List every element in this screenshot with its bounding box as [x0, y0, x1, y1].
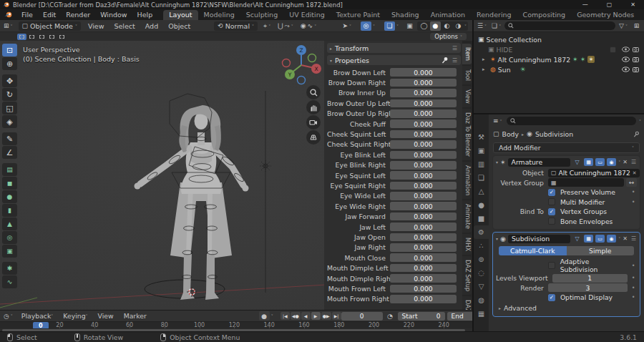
shape-key-slider[interactable]: 0.000: [390, 202, 457, 210]
properties-tab-tool[interactable]: ⚒: [474, 130, 489, 144]
render-toggle[interactable]: ◉: [607, 235, 616, 243]
timeline-menu-item[interactable]: View: [93, 312, 119, 320]
armature-object-field[interactable]: ▢ Alt Cunninghum 1872 ✕: [548, 169, 640, 177]
orientation-dropdown[interactable]: ⟲ Normal˅: [214, 21, 258, 31]
viewport-menu-item[interactable]: Add: [140, 22, 163, 30]
auto-key-button[interactable]: ●: [259, 311, 270, 321]
shading-rendered-button[interactable]: ◑: [453, 21, 464, 31]
adaptive-subdivision-checkbox[interactable]: [548, 262, 555, 269]
shape-key-slider[interactable]: 0.000: [390, 109, 457, 118]
editor-type-button[interactable]: ⊞˅: [0, 20, 16, 31]
panel-grip-icon[interactable]: ☰: [452, 57, 458, 64]
3d-viewport[interactable]: User Perspective (0) Scene Collection | …: [0, 41, 472, 310]
tool-add-rounded-cube[interactable]: ▣: [2, 245, 17, 258]
next-keyframe-button[interactable]: ●▶: [321, 312, 331, 320]
playhead-badge[interactable]: 0: [33, 322, 49, 328]
tool-add-sphere[interactable]: ●: [2, 190, 17, 203]
shape-key-slider[interactable]: 0.000: [390, 119, 457, 128]
tool-select-box[interactable]: ⊡: [2, 44, 17, 57]
workspace-tab[interactable]: Scripting: [640, 10, 644, 20]
outliner-display-mode-button[interactable]: ❏˅: [490, 20, 502, 31]
bone-envelopes-checkbox[interactable]: [548, 218, 555, 225]
select-mode-subtract[interactable]: [37, 34, 47, 40]
pin-id-icon[interactable]: [633, 131, 640, 137]
use-preview-range-icon[interactable]: ◔: [385, 311, 396, 321]
auto-key-dropdown[interactable]: ˅: [271, 313, 273, 318]
outliner-row-hide[interactable]: ▣ HIDE: [475, 44, 643, 54]
properties-tab-constraints[interactable]: ◌: [474, 266, 489, 280]
select-mode-extend[interactable]: [27, 34, 36, 40]
play-button[interactable]: ▶: [311, 312, 321, 320]
perspective-toggle-button[interactable]: [306, 130, 321, 145]
tool-annotate[interactable]: ✎: [2, 132, 17, 145]
vertex-groups-checkbox[interactable]: ✓: [548, 208, 555, 215]
transform-panel-header[interactable]: ▸ Transform ☰: [327, 43, 461, 53]
prev-keyframe-button[interactable]: ◀●: [291, 312, 301, 320]
select-mode-invert[interactable]: [47, 34, 57, 40]
advanced-subpanel-header[interactable]: ▸Advanced: [493, 303, 640, 313]
menu-item[interactable]: Edit: [38, 9, 61, 20]
drag-handle[interactable]: ☰: [631, 235, 637, 242]
shading-dropdown[interactable]: ˅: [464, 24, 467, 29]
outliner-row-sun[interactable]: ▸ ◍ Sun ☀: [475, 64, 643, 74]
properties-tab-object[interactable]: ■: [474, 212, 489, 225]
hide-eye-icon[interactable]: [622, 47, 630, 52]
proportional-edit-toggle[interactable]: ◉∿˅: [297, 20, 320, 31]
clear-object-icon[interactable]: ✕: [633, 170, 637, 176]
properties-tab-scene[interactable]: △: [474, 185, 489, 198]
tool-add-flower[interactable]: ✱: [2, 262, 17, 275]
properties-panel-header[interactable]: ▾ Properties ☰: [327, 55, 461, 65]
workspace-tab[interactable]: Texture Paint: [331, 10, 386, 20]
menu-item[interactable]: File: [16, 9, 38, 20]
shape-key-slider[interactable]: 0.000: [390, 192, 457, 200]
modifier-extras-dropdown[interactable]: ˅: [618, 160, 620, 165]
properties-editor-type-button[interactable]: ≡˅: [492, 114, 504, 127]
close-button[interactable]: ✕: [630, 1, 635, 8]
shape-key-slider[interactable]: 0.000: [390, 89, 457, 97]
edit-mode-toggle[interactable]: ▦: [584, 235, 593, 243]
n-panel-tab[interactable]: DAZ Setup: [462, 256, 472, 295]
n-panel-tab[interactable]: Tool: [462, 66, 472, 84]
shape-key-slider[interactable]: 0.000: [390, 295, 457, 303]
tool-cursor[interactable]: ⊕: [2, 57, 17, 70]
expand-armature-icon[interactable]: ▾: [496, 160, 498, 165]
outliner-editor-type-button[interactable]: ☰˅: [476, 20, 488, 31]
realtime-toggle[interactable]: ▭: [595, 235, 605, 243]
tool-rotate[interactable]: ↻: [2, 88, 17, 101]
zoom-button[interactable]: [306, 85, 321, 99]
workspace-tab[interactable]: UV Editing: [283, 10, 331, 20]
shading-wireframe-button[interactable]: ◯: [419, 21, 429, 31]
optimal-display-checkbox[interactable]: ✓: [548, 294, 555, 301]
workspace-tab[interactable]: Geometry Nodes: [571, 10, 640, 20]
properties-tab-physics[interactable]: ⊚: [474, 253, 489, 266]
armature-camera-icon[interactable]: [633, 57, 640, 62]
overlays-dropdown[interactable]: ◎˅: [357, 21, 379, 31]
shape-key-slider[interactable]: 0.000: [390, 130, 457, 139]
drag-handle[interactable]: ☰: [631, 159, 637, 165]
shape-key-slider[interactable]: 0.000: [390, 161, 457, 170]
n-panel-tab[interactable]: MHX: [462, 234, 472, 255]
timeline-editor-type-button[interactable]: ◷˅: [0, 311, 16, 321]
new-collection-button[interactable]: ⊞: [631, 21, 642, 31]
render-levels-slider[interactable]: 3: [548, 283, 628, 292]
timeline-menu-item[interactable]: Playback ˅: [16, 312, 58, 320]
shape-key-slider[interactable]: 0.000: [390, 264, 457, 273]
workspace-tab-layout[interactable]: Layout: [163, 10, 197, 20]
delete-modifier-button[interactable]: ✕: [623, 235, 628, 242]
menu-item[interactable]: Help: [132, 9, 158, 20]
invert-vertex-group-button[interactable]: ↔: [626, 178, 637, 187]
jump-end-button[interactable]: ▶|: [332, 312, 341, 320]
exclude-checkbox[interactable]: [610, 47, 616, 53]
workspace-tab[interactable]: Compositing: [517, 10, 572, 20]
delete-modifier-button[interactable]: ✕: [623, 159, 628, 165]
armature-name-field[interactable]: Armature: [508, 158, 571, 167]
sun-eye-icon[interactable]: [622, 67, 630, 72]
subdivision-name-field[interactable]: Subdivision: [508, 235, 570, 243]
n-panel-tab[interactable]: Animate: [462, 200, 472, 233]
outliner-row-armature[interactable]: ▸ ✶ Alt Cunninghum 1872 ✶ ✶ ✶: [475, 54, 643, 64]
outliner-filter-button[interactable]: ▽˅: [618, 20, 629, 31]
realtime-toggle[interactable]: ▭: [595, 158, 605, 166]
properties-tab-modifiers[interactable]: ⚙: [474, 225, 489, 239]
prev-frame-button[interactable]: ◀: [301, 312, 311, 320]
shading-solid-button[interactable]: ●: [430, 21, 441, 31]
